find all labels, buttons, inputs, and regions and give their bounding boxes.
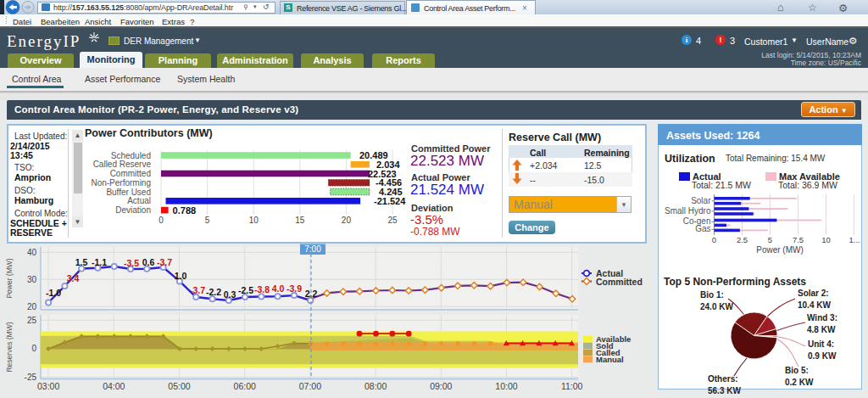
svg-text:0.3: 0.3 xyxy=(224,289,236,300)
svg-text:Actual: Actual xyxy=(127,196,151,205)
svg-text:Non-Performing: Non-Performing xyxy=(91,178,151,188)
svg-text:1.5: 1.5 xyxy=(75,257,88,267)
svg-text:-3.7: -3.7 xyxy=(190,285,205,295)
svg-text:Gas: Gas xyxy=(695,224,710,233)
svg-text:10: 10 xyxy=(821,235,831,244)
svg-text:-3.8: -3.8 xyxy=(254,284,270,294)
svg-text:-3.5: -3.5 xyxy=(124,258,139,268)
svg-text:0.6: 0.6 xyxy=(142,257,155,267)
svg-text:06:00: 06:00 xyxy=(234,381,256,391)
svg-text:0: 0 xyxy=(712,235,716,244)
svg-text:15: 15 xyxy=(295,216,305,225)
svg-text:0.788: 0.788 xyxy=(173,205,197,216)
svg-text:25: 25 xyxy=(27,316,37,325)
svg-text:Buffer Used: Buffer Used xyxy=(106,188,151,197)
svg-text:03:00: 03:00 xyxy=(37,381,59,391)
svg-text:30: 30 xyxy=(27,275,37,284)
svg-text:0: 0 xyxy=(159,216,164,225)
svg-text:0: 0 xyxy=(31,344,36,353)
svg-text:Reserves (MW): Reserves (MW) xyxy=(5,322,14,372)
svg-text:-3.9: -3.9 xyxy=(287,283,302,294)
svg-text:20: 20 xyxy=(27,302,37,311)
svg-text:3.4: 3.4 xyxy=(67,273,80,283)
svg-text:Manual: Manual xyxy=(596,355,624,364)
svg-text:20: 20 xyxy=(342,216,352,225)
svg-text:40: 40 xyxy=(27,248,37,257)
svg-text:09:00: 09:00 xyxy=(430,381,452,391)
svg-text:Small Hydro: Small Hydro xyxy=(665,206,711,216)
svg-text:Power (MW): Power (MW) xyxy=(5,258,14,298)
svg-text:1.0: 1.0 xyxy=(175,271,187,281)
svg-text:-1.1: -1.1 xyxy=(92,257,107,267)
svg-text:10:00: 10:00 xyxy=(495,381,517,391)
svg-text:2.5: 2.5 xyxy=(737,235,748,244)
svg-text:08:00: 08:00 xyxy=(364,381,387,391)
svg-text:-21.524: -21.524 xyxy=(374,196,406,206)
svg-text:05:00: 05:00 xyxy=(168,381,190,391)
svg-text:5: 5 xyxy=(768,235,772,244)
svg-text:Deviation: Deviation xyxy=(115,205,151,215)
svg-text:Scheduled: Scheduled xyxy=(111,151,151,160)
svg-text:25: 25 xyxy=(387,216,398,225)
svg-text:07:00: 07:00 xyxy=(299,381,321,391)
svg-text:4.0: 4.0 xyxy=(272,283,285,294)
svg-text:1...: 1... xyxy=(849,235,860,244)
svg-text:7:00: 7:00 xyxy=(304,244,321,254)
svg-text:Solar: Solar xyxy=(691,196,711,205)
svg-text:-2.2: -2.2 xyxy=(206,287,221,297)
svg-text:04:00: 04:00 xyxy=(103,381,125,391)
svg-text:10: 10 xyxy=(249,216,259,225)
svg-text:Committed: Committed xyxy=(110,169,151,178)
svg-text:Called Reserve: Called Reserve xyxy=(93,160,152,169)
svg-text:7.5: 7.5 xyxy=(793,235,804,244)
svg-text:-25: -25 xyxy=(25,373,37,382)
svg-text:-1.0: -1.0 xyxy=(46,288,61,298)
svg-text:-3.7: -3.7 xyxy=(157,257,172,267)
svg-text:Committed: Committed xyxy=(596,277,643,287)
svg-text:11:00: 11:00 xyxy=(561,381,583,391)
svg-text:5: 5 xyxy=(205,216,210,225)
svg-text:Power (MW): Power (MW) xyxy=(756,245,804,255)
svg-text:-2.5: -2.5 xyxy=(238,285,253,295)
